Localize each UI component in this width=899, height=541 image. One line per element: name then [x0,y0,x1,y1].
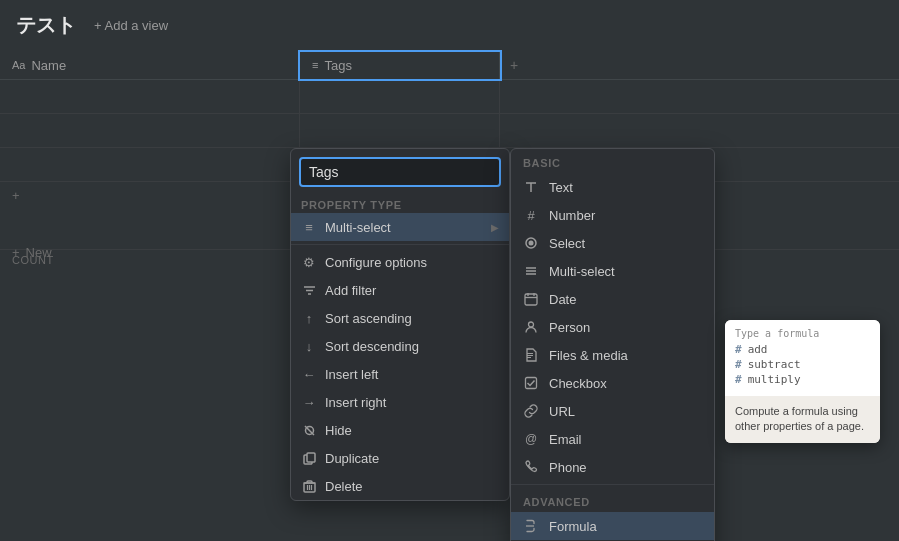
phone-prop-label: Phone [549,460,587,475]
top-bar: テスト + Add a view [0,0,899,51]
arrow-icon: ▶ [491,222,499,233]
prop-item-email[interactable]: @ Email [511,425,714,453]
formula-prop-label: Formula [549,519,597,534]
hash-icon-1: # [735,343,742,356]
menu-item-sort-asc[interactable]: ↑ Sort ascending [291,304,509,332]
checkbox-prop-icon [523,375,539,391]
select-prop-icon [523,235,539,251]
table-header: Aa Name ≡ Tags + [0,51,899,80]
svg-rect-19 [525,294,537,305]
prop-item-number[interactable]: # Number [511,201,714,229]
table-row [0,80,899,114]
menu-item-insert-right[interactable]: → Insert right [291,388,509,416]
menu-item-configure[interactable]: ⚙ Configure options [291,248,509,276]
duplicate-label: Duplicate [325,451,379,466]
text-prop-label: Text [549,180,573,195]
svg-point-23 [529,322,534,327]
add-col-icon: + [510,57,518,73]
number-prop-icon: # [523,207,539,223]
plus-icon: + [12,245,20,260]
name-col-label: Name [31,58,66,73]
main-content: テスト + Add a view Aa Name ≡ Tags + [0,0,899,541]
prop-item-select[interactable]: Select [511,229,714,257]
date-prop-icon [523,291,539,307]
property-type-submenu: BASIC Text # Number Select [510,148,715,541]
prop-item-text[interactable]: Text [511,173,714,201]
hash-icon-3: # [735,373,742,386]
new-label[interactable]: + New [12,245,52,260]
configure-label: Configure options [325,255,427,270]
prop-item-url[interactable]: URL [511,397,714,425]
prop-item-phone[interactable]: Phone [511,453,714,481]
table-row [0,114,899,148]
formula-subtract-text: subtract [748,358,801,371]
table-cell-name [0,148,300,181]
column-name-header: Aa Name [0,52,300,79]
delete-icon [301,478,317,494]
person-prop-icon [523,319,539,335]
formula-multiply-line: # multiply [735,373,870,386]
new-row-icon: + [12,188,20,203]
prop-item-checkbox[interactable]: Checkbox [511,369,714,397]
formula-multiply-text: multiply [748,373,801,386]
menu-item-insert-left[interactable]: ← Insert left [291,360,509,388]
prop-item-person[interactable]: Person [511,313,714,341]
property-type-section-label: PROPERTY TYPE [291,195,509,213]
prop-item-files-media[interactable]: Files & media [511,341,714,369]
menu-item-duplicate[interactable]: Duplicate [291,444,509,472]
property-type-value: Multi-select [325,220,391,235]
insert-right-label: Insert right [325,395,386,410]
table-cell-tags [300,114,500,147]
files-media-prop-icon [523,347,539,363]
phone-prop-icon [523,459,539,475]
email-prop-icon: @ [523,431,539,447]
formula-tooltip: Type a formula # add # subtract # multip… [725,320,880,443]
tags-col-label: Tags [324,58,351,73]
property-type-selector[interactable]: ≡ Multi-select ▶ [291,213,509,241]
sort-desc-icon: ↓ [301,338,317,354]
menu-item-add-filter[interactable]: Add filter [291,276,509,304]
column-tags-header[interactable]: ≡ Tags [300,52,500,79]
table-cell-name [0,114,300,147]
prop-item-formula[interactable]: Formula [511,512,714,540]
url-prop-icon [523,403,539,419]
hide-icon [301,422,317,438]
sort-asc-icon: ↑ [301,310,317,326]
hide-label: Hide [325,423,352,438]
menu-item-hide[interactable]: Hide [291,416,509,444]
menu-item-delete[interactable]: Delete [291,472,509,500]
add-view-button[interactable]: + Add a view [88,15,174,36]
url-prop-label: URL [549,404,575,419]
formula-type-hint: Type a formula [735,328,870,339]
add-column-button[interactable]: + [500,51,528,79]
formula-subtract-line: # subtract [735,358,870,371]
checkbox-prop-label: Checkbox [549,376,607,391]
insert-left-icon: ← [301,366,317,382]
multi-select-icon: ≡ [301,219,317,235]
formula-add-line: # add [735,343,870,356]
prop-item-multi-select[interactable]: Multi-select [511,257,714,285]
filter-icon [301,282,317,298]
column-name-input[interactable] [299,157,501,187]
formula-prop-icon [523,518,539,534]
duplicate-icon [301,450,317,466]
multi-select-prop-icon [523,263,539,279]
select-prop-label: Select [549,236,585,251]
svg-rect-6 [307,453,315,462]
insert-left-label: Insert left [325,367,378,382]
divider [291,244,509,245]
prop-item-date[interactable]: Date [511,285,714,313]
table-cell-name [0,80,300,113]
page-title: テスト [16,12,76,39]
formula-add-text: add [748,343,768,356]
context-menu: PROPERTY TYPE ≡ Multi-select ▶ ⚙ Configu… [290,148,510,501]
email-prop-label: Email [549,432,582,447]
tags-col-icon: ≡ [312,59,318,71]
person-prop-label: Person [549,320,590,335]
table-cell-tags [300,80,500,113]
menu-input-row [291,149,509,195]
hash-icon-2: # [735,358,742,371]
menu-item-sort-desc[interactable]: ↓ Sort descending [291,332,509,360]
number-prop-label: Number [549,208,595,223]
multi-select-prop-label: Multi-select [549,264,615,279]
